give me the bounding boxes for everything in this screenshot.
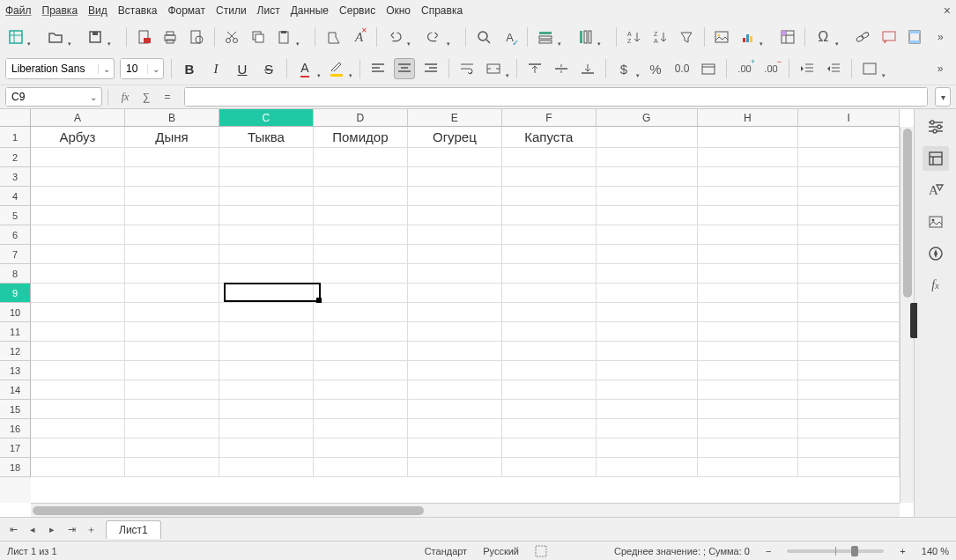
cell-B15[interactable] — [125, 400, 219, 419]
new-doc-button[interactable] — [5, 26, 26, 48]
cell-B6[interactable] — [125, 225, 219, 245]
cell-A12[interactable] — [31, 342, 125, 361]
cell-E5[interactable] — [408, 206, 502, 225]
currency-button[interactable]: $ — [613, 58, 634, 79]
cell-E15[interactable] — [408, 400, 502, 419]
cell-E8[interactable] — [408, 264, 502, 284]
cell-D8[interactable] — [314, 264, 408, 284]
menu-sheet[interactable]: Лист — [257, 4, 280, 17]
italic-button[interactable]: I — [205, 58, 226, 79]
paste-button[interactable] — [273, 26, 293, 48]
decrease-indent-button[interactable] — [823, 58, 844, 79]
cell-G10[interactable] — [597, 303, 698, 322]
highlight-button[interactable] — [326, 58, 347, 79]
row-header-17[interactable]: 17 — [0, 438, 31, 458]
merge-cells-button[interactable] — [483, 58, 504, 79]
hyperlink-button[interactable] — [853, 26, 873, 48]
cell-A11[interactable] — [31, 322, 125, 342]
row-header-14[interactable]: 14 — [0, 380, 31, 400]
cell-G1[interactable] — [597, 127, 698, 148]
clear-formatting-button[interactable]: A✕ — [349, 26, 369, 48]
cell-G17[interactable] — [597, 438, 698, 458]
borders-button[interactable] — [859, 58, 880, 79]
cell-E3[interactable] — [408, 167, 502, 187]
sidebar-styles-icon[interactable]: A — [923, 178, 949, 203]
cell-B7[interactable] — [125, 245, 219, 264]
cell-I3[interactable] — [798, 167, 900, 187]
cell-D16[interactable] — [314, 419, 408, 438]
cell-H10[interactable] — [698, 303, 799, 322]
sidebar-functions-icon[interactable]: fx — [923, 273, 949, 298]
cell-F15[interactable] — [502, 400, 597, 419]
cell-B13[interactable] — [125, 361, 219, 380]
cell-G6[interactable] — [597, 225, 698, 245]
cell-C16[interactable] — [219, 419, 314, 438]
spellcheck-button[interactable]: A✓ — [500, 26, 520, 48]
row-header-5[interactable]: 5 — [0, 206, 31, 225]
sidebar-properties-icon[interactable] — [923, 146, 949, 171]
cell-F16[interactable] — [502, 419, 597, 438]
cell-H3[interactable] — [698, 167, 799, 187]
menu-tools[interactable]: Сервис — [339, 4, 375, 17]
cell-B18[interactable] — [125, 458, 219, 477]
align-left-button[interactable] — [367, 58, 389, 79]
comment-button[interactable] — [878, 26, 899, 48]
cell-H2[interactable] — [698, 148, 799, 167]
row-ops-button[interactable] — [535, 26, 555, 48]
formula-expand-button[interactable]: ▾ — [935, 87, 951, 107]
row-header-1[interactable]: 1 — [0, 127, 31, 148]
cell-A8[interactable] — [31, 264, 125, 284]
cell-E17[interactable] — [408, 438, 502, 458]
tab-add-button[interactable]: ＋ — [83, 521, 99, 537]
sidebar-settings-icon[interactable] — [923, 114, 949, 139]
cell-B14[interactable] — [125, 380, 219, 400]
row-header-11[interactable]: 11 — [0, 322, 31, 342]
cell-H13[interactable] — [698, 361, 799, 380]
cell-D17[interactable] — [314, 438, 408, 458]
cell-H12[interactable] — [698, 342, 799, 361]
undo-button[interactable] — [384, 26, 404, 48]
cell-B8[interactable] — [125, 264, 219, 284]
menu-edit[interactable]: Правка — [42, 4, 78, 17]
cell-G4[interactable] — [597, 187, 698, 206]
toolbar2-overflow-button[interactable]: » — [930, 58, 951, 79]
cell-G12[interactable] — [597, 342, 698, 361]
cell-H8[interactable] — [698, 264, 799, 284]
menu-file[interactable]: Файл — [5, 4, 32, 17]
cell-B17[interactable] — [125, 438, 219, 458]
font-size-input[interactable] — [121, 59, 147, 78]
copy-button[interactable] — [248, 26, 268, 48]
cell-A15[interactable] — [31, 400, 125, 419]
name-box-arrow[interactable]: ⌄ — [85, 92, 101, 102]
tab-last-button[interactable]: ⇥ — [63, 521, 79, 537]
cell-E9[interactable] — [408, 284, 502, 303]
cell-F5[interactable] — [502, 206, 597, 225]
sidebar-gallery-icon[interactable] — [923, 210, 949, 234]
cell-F7[interactable] — [502, 245, 597, 264]
horizontal-scrollbar[interactable] — [31, 503, 900, 517]
zoom-level[interactable]: 140 % — [922, 546, 949, 556]
cell-I9[interactable] — [798, 284, 900, 303]
cells-area[interactable]: АрбузДыняТыкваПомидорОгурецКапуста — [31, 127, 900, 503]
autofilter-button[interactable] — [676, 26, 696, 48]
zoom-out-button[interactable]: − — [766, 546, 771, 556]
cell-B1[interactable]: Дыня — [125, 127, 219, 148]
special-char-button[interactable]: Ω — [812, 26, 833, 48]
cell-H6[interactable] — [698, 225, 799, 245]
cell-G3[interactable] — [597, 167, 698, 187]
cell-F13[interactable] — [502, 361, 597, 380]
name-box-input[interactable] — [6, 88, 85, 106]
cell-C3[interactable] — [219, 167, 314, 187]
cell-E14[interactable] — [408, 380, 502, 400]
row-header-10[interactable]: 10 — [0, 303, 31, 322]
cell-E2[interactable] — [408, 148, 502, 167]
cell-A16[interactable] — [31, 419, 125, 438]
cell-H14[interactable] — [698, 380, 799, 400]
select-all-corner[interactable] — [0, 109, 31, 127]
cell-F18[interactable] — [502, 458, 597, 477]
sort-desc-button[interactable]: ZA — [650, 26, 671, 48]
row-header-4[interactable]: 4 — [0, 187, 31, 206]
cell-I2[interactable] — [798, 148, 900, 167]
number-format-button[interactable]: 0.0 — [671, 58, 693, 79]
cell-B3[interactable] — [125, 167, 219, 187]
